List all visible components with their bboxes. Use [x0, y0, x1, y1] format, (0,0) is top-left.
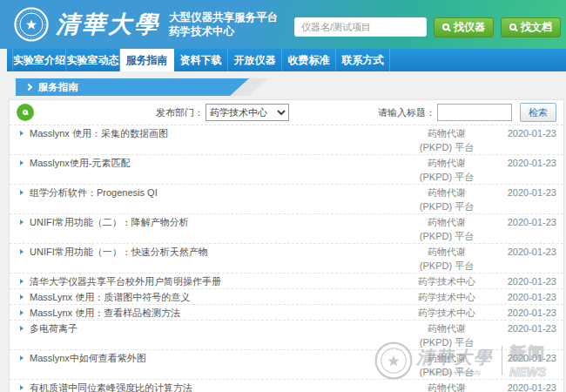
nav-tab-5[interactable]: 开放仪器 — [228, 49, 282, 71]
header: 清華大學 大型仪器共享服务平台 药学技术中心 找仪器 找文档 — [0, 0, 566, 49]
header-search-area: 找仪器 找文档 — [294, 17, 563, 37]
article-title-link[interactable]: UNIFI常用功能（一）：快速分析天然产物 — [20, 245, 398, 259]
triangle-right-icon — [20, 190, 24, 195]
article-row: 有机质谱中同位素峰强度比的计算方法药物代谢(PKPD) 平台2020-01-23 — [10, 380, 563, 392]
department-label: 发布部门： — [156, 106, 204, 119]
article-department: 药物代谢(PKPD) 平台 — [398, 126, 495, 154]
find-instrument-button[interactable]: 找仪器 — [434, 17, 494, 37]
article-row: MassLynx 使用：质谱图中符号的意义药学技术中心2020-01-23 — [10, 289, 563, 305]
article-date: 2020-01-23 — [495, 381, 556, 392]
article-row: Masslynx中如何查看紫外图药物代谢(PKPD) 平台2020-01-23 — [10, 350, 563, 380]
nav-tab-4[interactable]: 资料下载 — [174, 49, 228, 71]
article-row: MassLynx 使用：查看样品检测方法药学技术中心2020-01-23 — [10, 305, 563, 321]
article-department: 药物代谢(PKPD) 平台 — [398, 351, 495, 379]
article-department: 药物代谢(PKPD) 平台 — [398, 215, 495, 243]
article-list: Masslynx 使用：采集的数据画图药物代谢(PKPD) 平台2020-01-… — [10, 125, 563, 392]
find-document-label: 找文档 — [521, 20, 552, 35]
article-department: 药物代谢(PKPD) 平台 — [398, 381, 495, 392]
article-department: 药物代谢(PKPD) 平台 — [398, 321, 495, 349]
article-title-link[interactable]: UNIFI常用功能（二）：降解产物分析 — [20, 215, 398, 229]
page: 清華大學 大型仪器共享服务平台 药学技术中心 找仪器 找文档 实验室介绍实验室动… — [0, 0, 566, 392]
article-title-link[interactable]: 多电荷离子 — [20, 321, 398, 335]
platform-title: 大型仪器共享服务平台 — [169, 10, 278, 24]
article-date: 2020-01-23 — [495, 186, 556, 199]
instrument-search-input[interactable] — [294, 17, 427, 37]
department-filter-group: 发布部门： 药学技术中心 — [156, 104, 289, 121]
nav-tab-3[interactable]: 服务指南 — [120, 49, 174, 71]
article-title-link[interactable]: Masslynx使用-元素匹配 — [20, 156, 398, 170]
magnifier-circle-icon — [17, 104, 34, 121]
triangle-right-icon — [20, 294, 24, 300]
article-row: 清华大学仪器共享平台校外用户简明操作手册药学技术中心2020-01-23 — [10, 274, 563, 289]
article-date: 2020-01-23 — [495, 126, 556, 140]
nav-tab-2[interactable]: 实验室动态 — [66, 49, 120, 71]
tsinghua-seal-icon — [14, 7, 49, 42]
article-department: 药物代谢(PKPD) 平台 — [398, 186, 495, 213]
breadcrumb: 服务指南 — [16, 78, 249, 96]
title-input[interactable] — [437, 104, 512, 121]
triangle-right-icon — [20, 355, 24, 361]
magnifier-icon — [23, 110, 28, 115]
magnifier-icon — [509, 24, 516, 30]
article-date: 2020-01-23 — [495, 215, 556, 229]
article-department: 药学技术中心 — [398, 290, 495, 304]
article-date: 2020-01-23 — [495, 156, 556, 170]
nav-tabs: 实验室介绍实验室动态服务指南资料下载开放仪器收费标准联系方式 — [7, 49, 566, 71]
triangle-right-icon — [20, 326, 24, 331]
article-row: UNIFI常用功能（一）：快速分析天然产物药物代谢(PKPD) 平台2020-0… — [10, 244, 563, 274]
article-title-link[interactable]: MassLynx 使用：质谱图中符号的意义 — [20, 290, 398, 304]
article-title-link[interactable]: 有机质谱中同位素峰强度比的计算方法 — [20, 381, 398, 392]
retrieve-button[interactable]: 检索 — [520, 103, 556, 122]
nav-tab-1[interactable]: 实验室介绍 — [12, 49, 66, 71]
title-filter-group: 请输入标题： 检索 — [378, 103, 556, 122]
chevron-right-icon — [25, 84, 32, 91]
nav-tab-7[interactable]: 联系方式 — [336, 49, 390, 71]
article-row: Masslynx使用-元素匹配药物代谢(PKPD) 平台2020-01-23 — [10, 155, 563, 185]
article-row: Masslynx 使用：采集的数据画图药物代谢(PKPD) 平台2020-01-… — [10, 125, 563, 155]
breadcrumb-label: 服务指南 — [38, 81, 78, 94]
article-date: 2020-01-23 — [495, 290, 556, 304]
article-date: 2020-01-23 — [495, 245, 556, 259]
triangle-right-icon — [20, 279, 24, 284]
article-title-link[interactable]: 组学分析软件：Progenesis QI — [20, 186, 398, 199]
article-department: 药学技术中心 — [398, 274, 495, 288]
article-title-link[interactable]: Masslynx 使用：采集的数据画图 — [20, 126, 398, 140]
content-panel: 发布部门： 药学技术中心 请输入标题： 检索 Masslynx 使用：采集的数据… — [9, 99, 564, 392]
university-name: 清華大學 — [56, 9, 160, 40]
magnifier-icon — [442, 24, 449, 30]
center-title: 药学技术中心 — [169, 24, 278, 38]
article-date: 2020-01-23 — [495, 351, 556, 365]
article-title-link[interactable]: 清华大学仪器共享平台校外用户简明操作手册 — [20, 274, 398, 288]
triangle-right-icon — [20, 249, 24, 254]
title-label: 请输入标题： — [378, 106, 435, 119]
triangle-right-icon — [20, 131, 24, 136]
article-date: 2020-01-23 — [495, 306, 556, 320]
triangle-right-icon — [20, 385, 24, 390]
article-date: 2020-01-23 — [495, 274, 556, 288]
article-title-link[interactable]: MassLynx 使用：查看样品检测方法 — [20, 306, 398, 320]
filter-bar: 发布部门： 药学技术中心 请输入标题： 检索 — [10, 100, 563, 125]
article-department: 药物代谢(PKPD) 平台 — [398, 156, 495, 184]
article-title-link[interactable]: Masslynx中如何查看紫外图 — [20, 351, 398, 365]
triangle-right-icon — [20, 160, 24, 166]
triangle-right-icon — [20, 220, 24, 225]
article-department: 药学技术中心 — [398, 306, 495, 320]
find-document-button[interactable]: 找文档 — [501, 17, 561, 37]
triangle-right-icon — [20, 310, 24, 315]
article-department: 药物代谢(PKPD) 平台 — [398, 245, 495, 273]
nav-tab-6[interactable]: 收费标准 — [282, 49, 336, 71]
article-row: UNIFI常用功能（二）：降解产物分析药物代谢(PKPD) 平台2020-01-… — [10, 214, 563, 244]
article-row: 多电荷离子药物代谢(PKPD) 平台2020-01-23 — [10, 321, 563, 350]
article-row: 组学分析软件：Progenesis QI药物代谢(PKPD) 平台2020-01… — [10, 185, 563, 214]
article-date: 2020-01-23 — [495, 321, 556, 335]
department-select[interactable]: 药学技术中心 — [206, 104, 289, 121]
find-instrument-label: 找仪器 — [454, 20, 485, 35]
site-titles: 大型仪器共享服务平台 药学技术中心 — [169, 10, 278, 38]
breadcrumb-wrap: 服务指南 — [16, 78, 566, 96]
